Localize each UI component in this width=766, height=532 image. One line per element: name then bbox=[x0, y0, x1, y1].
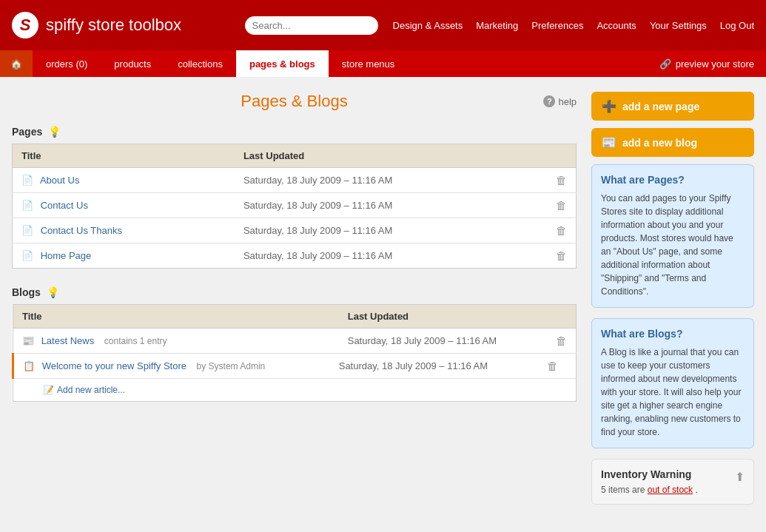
delete-article-button[interactable]: 🗑 bbox=[547, 360, 558, 372]
warning-arrow-icon: ⬆ bbox=[735, 470, 745, 484]
pages-bulb-icon: 💡 bbox=[48, 126, 61, 138]
nav-design-assets[interactable]: Design & Assets bbox=[393, 20, 463, 31]
add-article-label: Add new article... bbox=[57, 385, 125, 395]
page-icon: 📄 bbox=[21, 225, 33, 236]
plus-icon: ➕ bbox=[602, 99, 617, 113]
nav-orders[interactable]: orders (0) bbox=[33, 50, 101, 77]
pages-section-header: Pages 💡 bbox=[12, 126, 577, 138]
nav-home[interactable]: 🏠 bbox=[0, 50, 33, 77]
preview-icon: 🔗 bbox=[659, 58, 671, 70]
table-row: 📋 Welcome to your new Spiffy Store by Sy… bbox=[13, 354, 577, 379]
blog-entry-count: contains 1 entry bbox=[104, 336, 167, 346]
add-new-page-button[interactable]: ➕ add a new page bbox=[591, 92, 754, 121]
blog-latest-news: 📰 Latest News contains 1 entry bbox=[13, 329, 339, 354]
what-are-pages-box: What are Pages? You can add pages to you… bbox=[591, 164, 754, 308]
blog-latest-news-date: Saturday, 18 July 2009 – 11:16 AM bbox=[339, 329, 547, 354]
page-home-page: 📄 Home Page bbox=[13, 243, 235, 269]
nav-pages-blogs[interactable]: pages & blogs bbox=[236, 50, 329, 77]
logo-icon: S bbox=[12, 12, 38, 38]
help-link[interactable]: ? help bbox=[543, 95, 577, 107]
preview-store-button[interactable]: 🔗 preview your store bbox=[648, 58, 766, 70]
blog-icon: 📰 bbox=[22, 335, 34, 346]
delete-contact-us-thanks-button[interactable]: 🗑 bbox=[556, 224, 567, 237]
page-about-us: 📄 About Us bbox=[13, 168, 235, 193]
page-home-page-date: Saturday, 18 July 2009 – 11:16 AM bbox=[235, 243, 547, 269]
what-are-blogs-title: What are Blogs? bbox=[601, 328, 745, 340]
nav-your-settings[interactable]: Your Settings bbox=[650, 20, 707, 31]
article-icon: 📋 bbox=[23, 360, 35, 371]
delete-contact-us-button[interactable]: 🗑 bbox=[556, 199, 567, 212]
delete-latest-news-button[interactable]: 🗑 bbox=[556, 334, 567, 347]
pages-title-header: Title bbox=[13, 144, 235, 168]
blog-add-icon: 📰 bbox=[602, 135, 617, 149]
nav-store-menus[interactable]: store menus bbox=[329, 50, 409, 77]
search-area bbox=[245, 16, 378, 35]
blog-latest-news-link[interactable]: Latest News bbox=[41, 335, 95, 346]
table-row: 📰 Latest News contains 1 entry Saturday,… bbox=[13, 329, 577, 354]
table-row: 📄 Contact Us Thanks Saturday, 18 July 20… bbox=[13, 218, 577, 243]
page-contact-us-link[interactable]: Contact Us bbox=[41, 200, 88, 211]
main-content: Pages & Blogs ? help Pages 💡 Title Last … bbox=[0, 77, 766, 530]
nav-accounts[interactable]: Accounts bbox=[597, 20, 636, 31]
nav-log-out[interactable]: Log Out bbox=[720, 20, 754, 31]
top-nav: Design & Assets Marketing Preferences Ac… bbox=[393, 20, 754, 31]
page-about-us-date: Saturday, 18 July 2009 – 11:16 AM bbox=[235, 168, 547, 193]
article-welcome-link[interactable]: Welcome to your new Spiffy Store bbox=[42, 360, 187, 371]
blogs-bulb-icon: 💡 bbox=[47, 286, 59, 298]
content-area: Pages & Blogs ? help Pages 💡 Title Last … bbox=[12, 92, 577, 515]
page-contact-us-thanks-link[interactable]: Contact Us Thanks bbox=[41, 225, 122, 236]
blogs-updated-header: Last Updated bbox=[339, 305, 547, 329]
table-row: 📄 About Us Saturday, 18 July 2009 – 11:1… bbox=[13, 168, 577, 193]
inventory-warning-body: 5 items are out of stock . bbox=[601, 485, 745, 495]
nav-marketing[interactable]: Marketing bbox=[476, 20, 518, 31]
table-row: 📄 Home Page Saturday, 18 July 2009 – 11:… bbox=[13, 243, 577, 269]
add-new-blog-button[interactable]: 📰 add a new blog bbox=[591, 128, 754, 157]
what-are-pages-body: You can add pages to your Spiffy Stores … bbox=[601, 192, 745, 298]
add-article-icon: 📝 bbox=[43, 385, 54, 395]
page-icon: 📄 bbox=[21, 200, 33, 211]
page-home-page-link[interactable]: Home Page bbox=[41, 250, 92, 261]
article-welcome: 📋 Welcome to your new Spiffy Store by Sy… bbox=[13, 354, 339, 379]
page-icon: 📄 bbox=[21, 250, 33, 261]
inventory-warning-header: Inventory Warning ⬆ bbox=[601, 468, 745, 485]
add-article-link[interactable]: 📝 Add new article... bbox=[43, 385, 567, 395]
delete-about-us-button[interactable]: 🗑 bbox=[556, 174, 567, 186]
delete-home-page-button[interactable]: 🗑 bbox=[556, 249, 567, 262]
blogs-table: Title Last Updated 📰 Latest News contain… bbox=[12, 304, 577, 402]
pages-label: Pages bbox=[12, 126, 42, 138]
sidebar: ➕ add a new page 📰 add a new blog What a… bbox=[591, 92, 754, 515]
page-contact-us: 📄 Contact Us bbox=[13, 193, 235, 218]
nav-products[interactable]: products bbox=[101, 50, 164, 77]
logo-area: S spiffy store toolbox bbox=[12, 12, 245, 38]
page-contact-us-thanks-date: Saturday, 18 July 2009 – 11:16 AM bbox=[235, 218, 547, 243]
blogs-title-header: Title bbox=[13, 305, 339, 329]
page-heading: Pages & Blogs ? help bbox=[12, 92, 577, 111]
article-welcome-date: Saturday, 18 July 2009 – 11:16 AM bbox=[339, 354, 547, 379]
help-icon: ? bbox=[543, 95, 555, 107]
pages-table: Title Last Updated 📄 About Us Saturday, … bbox=[12, 144, 577, 269]
nav-collections[interactable]: collections bbox=[164, 50, 236, 77]
app-title: spiffy store toolbox bbox=[46, 16, 181, 35]
what-are-blogs-box: What are Blogs? A Blog is like a journal… bbox=[591, 318, 754, 448]
out-of-stock-link[interactable]: out of stock bbox=[648, 485, 693, 495]
what-are-blogs-body: A Blog is like a journal that you can us… bbox=[601, 346, 745, 439]
blogs-label: Blogs bbox=[12, 286, 41, 298]
inventory-warning-box: Inventory Warning ⬆ 5 items are out of s… bbox=[591, 459, 754, 505]
nav-bar: 🏠 orders (0) products collections pages … bbox=[0, 50, 766, 77]
table-row: 📄 Contact Us Saturday, 18 July 2009 – 11… bbox=[13, 193, 577, 218]
page-icon: 📄 bbox=[21, 175, 33, 186]
article-author: by System Admin bbox=[197, 361, 266, 371]
pages-updated-header: Last Updated bbox=[235, 144, 547, 168]
page-about-us-link[interactable]: About Us bbox=[40, 175, 79, 186]
blogs-section-header: Blogs 💡 bbox=[12, 286, 577, 298]
search-input[interactable] bbox=[245, 16, 378, 35]
header: S spiffy store toolbox Design & Assets M… bbox=[0, 0, 766, 50]
nav-preferences[interactable]: Preferences bbox=[531, 20, 583, 31]
page-title: Pages & Blogs bbox=[241, 92, 347, 111]
add-article-row: 📝 Add new article... bbox=[13, 379, 577, 402]
what-are-pages-title: What are Pages? bbox=[601, 174, 745, 186]
page-contact-us-date: Saturday, 18 July 2009 – 11:16 AM bbox=[235, 193, 547, 218]
inventory-warning-title: Inventory Warning bbox=[601, 468, 691, 480]
page-contact-us-thanks: 📄 Contact Us Thanks bbox=[13, 218, 235, 243]
